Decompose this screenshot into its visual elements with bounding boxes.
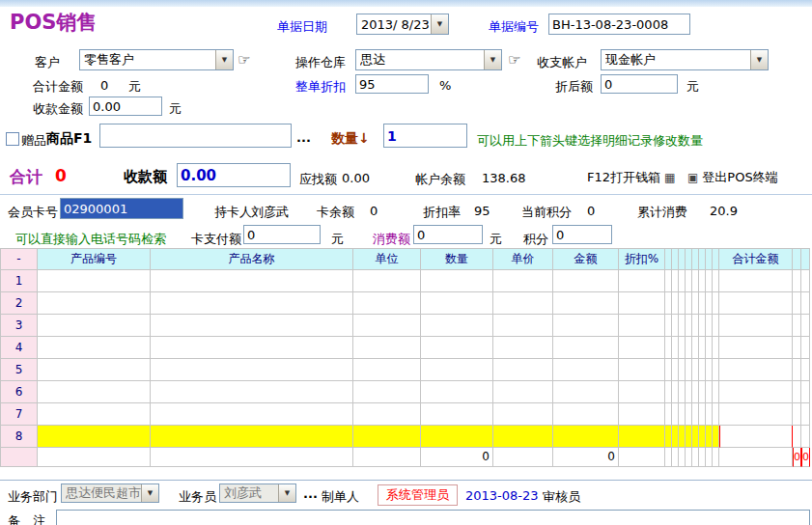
cumulative-spend-label: 累计消费 — [637, 204, 687, 221]
total-amount-label: 合计金额 — [33, 78, 83, 96]
remark-input[interactable] — [56, 510, 810, 525]
detail-grid: - 产品编号 产品名称 单位 数量 单价 金额 折扣% 合计金额 1 2 3 — [0, 248, 810, 467]
table-row[interactable]: 2 — [1, 292, 810, 315]
col-header-product-name: 产品名称 — [151, 249, 353, 270]
payment-input[interactable] — [177, 163, 291, 187]
table-row[interactable]: 3 — [1, 315, 810, 337]
warehouse-lookup-hand-icon[interactable]: ☞ — [508, 51, 520, 69]
department-value: 思达便民超市 — [66, 484, 141, 502]
row-number-cell[interactable]: 3 — [1, 315, 38, 337]
chevron-down-icon[interactable]: ▼ — [141, 484, 158, 502]
salesman-label: 业务员 — [179, 488, 216, 506]
doc-no-label[interactable]: 单据编号 — [489, 18, 539, 36]
grid-corner-cell: - — [1, 249, 38, 270]
account-combobox[interactable]: 现金帐户 ▼ — [601, 49, 769, 70]
card-pay-input[interactable] — [243, 225, 321, 244]
grand-total-value: 0 — [55, 166, 67, 185]
consume-amount-label: 消费额 — [373, 231, 410, 248]
row-number-cell[interactable]: 6 — [1, 381, 38, 403]
row-number-cell[interactable]: 4 — [1, 337, 38, 359]
customer-combobox[interactable]: 零售客户 ▼ — [79, 49, 234, 70]
table-row[interactable]: 6 — [1, 381, 810, 403]
row-number-cell[interactable]: 7 — [1, 403, 38, 426]
change-due-label: 应找额 — [299, 171, 337, 188]
chevron-down-icon[interactable]: ▼ — [215, 50, 233, 69]
received-amount-input[interactable] — [89, 97, 162, 116]
col-header-amount: 金额 — [553, 249, 619, 270]
product-label: 商品F1 — [46, 130, 92, 148]
account-balance-label: 帐户余额 — [415, 171, 465, 188]
customer-lookup-hand-icon[interactable]: ☞ — [238, 51, 250, 69]
after-discount-input[interactable] — [601, 74, 678, 94]
chevron-down-icon[interactable]: ▼ — [431, 14, 448, 34]
chevron-down-icon[interactable]: ▼ — [278, 484, 295, 502]
yuan-label: 元 — [686, 78, 699, 96]
row-number-cell[interactable]: 5 — [1, 359, 38, 381]
product-more-button[interactable]: ... — [296, 130, 311, 145]
doc-date-label[interactable]: 单据日期 — [277, 18, 327, 36]
col-header-discount: 折扣% — [619, 249, 665, 270]
customer-label: 客户 — [35, 54, 60, 71]
col-header-price: 单价 — [493, 249, 553, 270]
salesman-combobox[interactable]: 刘彦武 ▼ — [219, 484, 296, 503]
table-row[interactable]: 5 — [1, 359, 810, 381]
account-label: 收支帐户 — [537, 54, 587, 71]
yuan-label: 元 — [128, 78, 141, 96]
payment-label: 收款额 — [124, 168, 167, 186]
after-discount-label: 折后额 — [555, 78, 593, 96]
row-number-cell[interactable]: 2 — [1, 292, 38, 315]
doc-no-input[interactable] — [548, 14, 690, 35]
yuan-label: 元 — [169, 100, 182, 118]
account-balance-value: 138.68 — [482, 171, 526, 185]
table-row[interactable]: 4 — [1, 337, 810, 359]
auditor-label: 审核员 — [543, 488, 580, 506]
quantity-input[interactable] — [383, 124, 467, 148]
total-amount-value: 0 — [100, 78, 108, 93]
creator-label: 制单人 — [322, 488, 359, 506]
order-discount-input[interactable] — [355, 74, 429, 94]
warehouse-label: 操作仓库 — [295, 54, 346, 71]
table-row[interactable]: 1 — [1, 270, 810, 292]
customer-value: 零售客户 — [84, 51, 134, 69]
window-top-strip — [0, 0, 812, 7]
creator-value-button[interactable]: 系统管理员 — [378, 484, 458, 506]
current-points-label: 当前积分 — [521, 204, 572, 221]
grand-total-label: 合计 — [10, 166, 42, 188]
chevron-down-icon[interactable]: ▼ — [750, 50, 768, 69]
pos-sales-window: POS销售 单据日期 2013/ 8/23 ▼ 单据编号 客户 零售客户 ▼ ☞… — [0, 0, 812, 525]
open-drawer-button[interactable]: F12打开钱箱 ▦ — [587, 169, 675, 186]
open-drawer-label: F12打开钱箱 — [587, 169, 660, 186]
yuan-label: 元 — [331, 231, 344, 248]
salesman-more-button[interactable]: ... — [303, 486, 318, 501]
col-header-qty: 数量 — [421, 249, 493, 270]
grid-totals-row: 0 0 0 0 — [1, 448, 810, 467]
gift-checkbox[interactable] — [6, 132, 19, 146]
change-due-value: 0.00 — [342, 171, 370, 185]
gift-label: 赠品 — [21, 132, 46, 150]
card-balance-label: 卡余额 — [317, 204, 354, 221]
member-card-label: 会员卡号 — [8, 204, 58, 221]
member-card-input[interactable] — [60, 198, 183, 219]
order-discount-label[interactable]: 整单折扣 — [295, 78, 346, 96]
row-number-cell[interactable]: 8 — [1, 426, 38, 448]
doc-date-combobox[interactable]: 2013/ 8/23 ▼ — [356, 14, 449, 35]
card-balance-value: 0 — [370, 204, 378, 218]
warehouse-combobox[interactable]: 思达 ▼ — [355, 49, 502, 70]
chevron-down-icon[interactable]: ▼ — [484, 50, 501, 69]
points-input[interactable] — [552, 225, 612, 244]
table-row-selected[interactable]: 8 — [1, 426, 810, 448]
row-number-cell[interactable]: 1 — [1, 270, 38, 292]
received-amount-label: 收款金额 — [33, 100, 83, 118]
totals-amount: 0 — [553, 448, 619, 467]
grid-header-row: - 产品编号 产品名称 单位 数量 单价 金额 折扣% 合计金额 — [1, 249, 810, 270]
discount-rate-label: 折扣率 — [423, 204, 461, 221]
quantity-hint-text: 可以用上下箭头键选择明细记录修改数量 — [477, 132, 703, 150]
product-input[interactable] — [99, 124, 292, 148]
table-row[interactable]: 7 — [1, 403, 810, 426]
logout-pos-button[interactable]: ▣ 登出POS终端 — [687, 169, 778, 186]
discount-rate-value: 95 — [474, 204, 490, 218]
phone-search-hint: 可以直接输入电话号码检索 — [15, 231, 166, 248]
remark-label: 备 注 — [8, 512, 45, 525]
consume-amount-input[interactable] — [413, 225, 483, 244]
department-combobox[interactable]: 思达便民超市 ▼ — [61, 484, 159, 503]
